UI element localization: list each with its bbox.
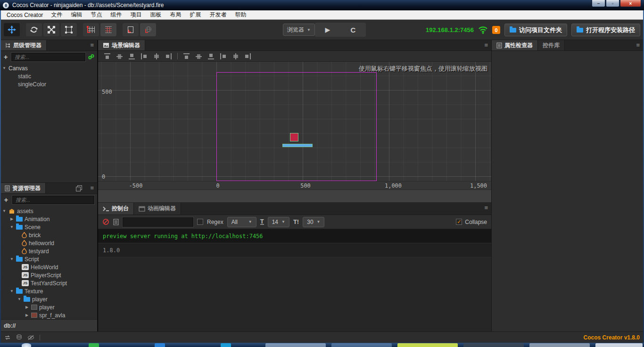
refresh-assets-icon[interactable] (4, 335, 11, 340)
caret-down-icon[interactable]: ▼ (2, 209, 7, 213)
clear-log-button[interactable] (102, 218, 109, 225)
eye-off-icon[interactable] (27, 335, 34, 340)
refresh-button[interactable]: C (340, 23, 366, 37)
hierarchy-add-button[interactable]: + (3, 53, 8, 61)
asset-folder-animation[interactable]: ▶ Animation (0, 215, 97, 223)
distribute-horizontal-center-button[interactable] (232, 53, 239, 60)
asset-root-assets[interactable]: ▼ assets (0, 207, 97, 215)
menu-developer[interactable]: 开发者 (205, 10, 231, 19)
asset-script-playerscript[interactable]: JS PlayerScript (0, 271, 97, 279)
grid-snap-button[interactable] (100, 23, 116, 36)
tab-hierarchy[interactable]: 层级管理器 (0, 40, 47, 50)
asset-folder-scene[interactable]: ▼ Scene (0, 223, 97, 231)
console-menu-icon[interactable]: ≡ (484, 204, 488, 211)
scene-node-box[interactable] (290, 133, 298, 141)
menu-edit[interactable]: 编辑 (66, 10, 86, 19)
taskbar-start-orb[interactable] (22, 343, 31, 347)
open-log-file-button[interactable] (113, 219, 119, 225)
collapse-checkbox[interactable]: ✓ (456, 219, 462, 225)
tab-animation-editor[interactable]: 动画编辑器 (134, 203, 181, 215)
log-entry[interactable]: 1.8.0 (98, 243, 491, 257)
align-horizontal-center-button[interactable] (153, 53, 160, 60)
asset-folder-script[interactable]: ▼ Script (0, 255, 97, 263)
hierarchy-node-canvas[interactable]: ▼ Canvas (0, 64, 97, 72)
scene-viewport[interactable]: 使用鼠标右键平移视窗焦点，使用滚轮缩放视图 500 0 (98, 62, 491, 181)
close-button[interactable]: × (620, 0, 641, 7)
asset-folder-player[interactable]: ▼ player (0, 295, 97, 303)
scene-horizontal-scrollbar[interactable] (98, 190, 491, 203)
distribute-left-button[interactable] (220, 53, 227, 60)
link-icon[interactable] (88, 54, 94, 60)
taskbar-window-button[interactable] (463, 343, 524, 347)
tab-widget-library[interactable]: 控件库 (538, 40, 565, 50)
hierarchy-search-input[interactable] (11, 53, 85, 61)
caret-down-icon[interactable]: ▼ (9, 257, 14, 261)
tab-assets[interactable]: 资源管理器 (0, 183, 46, 193)
taskbar-app-icon[interactable] (89, 343, 99, 347)
assets-menu-icon[interactable]: ≡ (90, 184, 94, 191)
scene-menu-icon[interactable]: ≡ (484, 41, 488, 49)
caret-down-icon[interactable]: ▼ (9, 225, 14, 229)
maximize-button[interactable]: ▫ (606, 0, 619, 7)
menu-brand[interactable]: Cocos Creator (3, 10, 47, 19)
tab-inspector[interactable]: 属性检查器 (492, 40, 538, 50)
align-top-button[interactable] (104, 53, 111, 60)
line-height-dropdown[interactable]: 30 ▼ (303, 217, 324, 227)
hierarchy-menu-icon[interactable]: ≡ (90, 41, 94, 49)
taskbar-app-icon[interactable] (155, 343, 165, 347)
hierarchy-node-static[interactable]: static (0, 72, 97, 80)
menu-node[interactable]: 节点 (86, 10, 106, 19)
distribute-right-button[interactable] (244, 53, 251, 60)
asset-scene-testyard[interactable]: testyard (0, 247, 97, 255)
move-tool-button[interactable] (4, 23, 20, 36)
caret-right-icon[interactable]: ▶ (25, 313, 29, 317)
caret-down-icon[interactable]: ▼ (9, 289, 14, 293)
assets-add-button[interactable]: + (3, 196, 9, 204)
anchor-grid-button[interactable] (83, 23, 99, 36)
distribute-vertical-center-button[interactable] (195, 53, 202, 60)
align-vertical-center-button[interactable] (116, 53, 123, 60)
scene-node-platform[interactable] (282, 144, 313, 147)
asset-script-helloworld[interactable]: JS HelloWorld (0, 263, 97, 271)
open-install-path-button[interactable]: 打开程序安装路径 (571, 24, 640, 36)
world-anchor-button[interactable] (140, 23, 156, 36)
menu-extension[interactable]: 扩展 (185, 10, 205, 19)
design-canvas-outline[interactable] (216, 72, 377, 181)
menu-help[interactable]: 帮助 (231, 10, 250, 19)
distribute-bottom-button[interactable] (207, 53, 215, 60)
caret-down-icon[interactable]: ▼ (17, 297, 22, 301)
database-icon[interactable] (16, 334, 22, 340)
taskbar-window-button[interactable] (595, 343, 643, 347)
menu-project[interactable]: 项目 (126, 10, 146, 19)
inspector-menu-icon[interactable]: ≡ (636, 41, 640, 49)
menu-component[interactable]: 组件 (106, 10, 126, 19)
rotate-tool-button[interactable] (26, 23, 42, 36)
preview-target-dropdown[interactable]: 浏览器 ▼ (283, 24, 315, 36)
align-left-button[interactable] (140, 53, 148, 60)
canvas-fit-button[interactable] (123, 23, 139, 36)
align-bottom-button[interactable] (128, 53, 135, 60)
compile-error-badge[interactable]: 0 (492, 26, 500, 34)
console-filter-input[interactable] (123, 217, 193, 227)
taskbar-window-button[interactable] (397, 343, 458, 347)
open-project-folder-button[interactable]: 访问项目文件夹 (504, 24, 567, 36)
taskbar-window-button[interactable] (529, 343, 590, 347)
asset-folder-texture[interactable]: ▼ Texture (0, 287, 97, 295)
align-right-button[interactable] (165, 53, 172, 60)
menu-panel[interactable]: 面板 (146, 10, 165, 19)
tab-console[interactable]: 控制台 (98, 203, 134, 215)
minimize-button[interactable]: – (592, 0, 605, 7)
distribute-top-button[interactable] (183, 53, 190, 60)
regex-checkbox[interactable] (197, 219, 203, 225)
asset-scene-brick[interactable]: brick (0, 231, 97, 239)
caret-right-icon[interactable]: ▶ (25, 305, 29, 309)
scale-tool-button[interactable] (43, 23, 59, 36)
taskbar-app-icon[interactable] (221, 343, 231, 347)
asset-script-testyardscript[interactable]: JS TestYardScript (0, 279, 97, 287)
caret-down-icon[interactable]: ▼ (2, 66, 7, 70)
menu-file[interactable]: 文件 (47, 10, 66, 19)
log-level-dropdown[interactable]: All ▼ (227, 217, 256, 227)
menu-layout[interactable]: 布局 (165, 10, 185, 19)
play-button[interactable]: ▶ (315, 23, 340, 37)
taskbar-window-button[interactable] (331, 343, 392, 347)
